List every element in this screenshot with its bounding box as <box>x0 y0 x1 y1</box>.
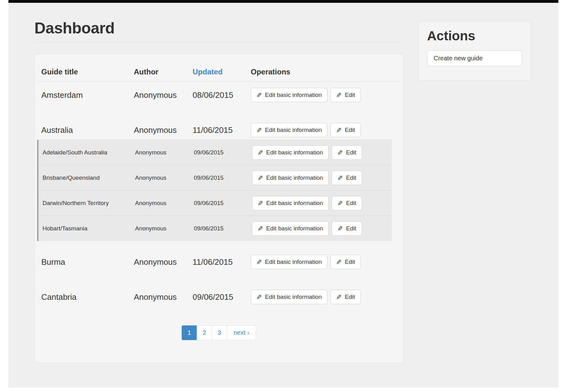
pencil-icon: ✎ <box>256 127 262 133</box>
button-label: Edit <box>345 127 355 133</box>
guide-title-cell: Adelaide/South Australia <box>43 145 135 160</box>
button-label: Edit <box>345 92 355 98</box>
operations-cell: ✎Edit basic information✎Edit <box>252 171 388 185</box>
edit-basic-information-button[interactable]: ✎Edit basic information <box>251 290 327 304</box>
pencil-icon: ✎ <box>337 200 343 207</box>
table-row: BurmaAnonymous11/06/2015✎Edit basic info… <box>37 249 400 284</box>
edit-basic-information-button[interactable]: ✎Edit basic information <box>252 171 329 185</box>
author-cell: Anonymous <box>135 171 194 185</box>
edit-button[interactable]: ✎Edit <box>330 255 360 269</box>
guide-title-cell: Hobart/Tasmania <box>43 221 135 236</box>
pagination-page-2[interactable]: 2 <box>197 325 212 340</box>
button-label: Edit basic information <box>265 294 322 300</box>
guide-title-cell: Australia <box>41 123 134 137</box>
column-header-guide-title: Guide title <box>41 68 134 76</box>
pencil-icon: ✎ <box>258 200 263 207</box>
actions-title: Actions <box>427 28 522 43</box>
operations-cell: ✎Edit basic information✎Edit <box>251 123 396 137</box>
pencil-icon: ✎ <box>256 294 262 300</box>
page-header: Dashboard <box>34 19 403 43</box>
operations-cell: ✎Edit basic information✎Edit <box>252 196 388 210</box>
button-label: Edit basic information <box>265 127 322 133</box>
child-guides-group: Adelaide/South AustraliaAnonymous09/06/2… <box>37 140 392 241</box>
side-column: Actions Create new guide <box>418 3 531 363</box>
table-row: CantabriaAnonymous09/06/2015✎Edit basic … <box>37 284 400 319</box>
pencil-icon: ✎ <box>336 259 342 265</box>
pagination-next[interactable]: next › <box>227 325 256 340</box>
operations-cell: ✎Edit basic information✎Edit <box>251 290 396 304</box>
updated-cell: 09/06/2015 <box>194 221 252 236</box>
actions-panel: Actions Create new guide <box>418 21 531 80</box>
author-cell: Anonymous <box>134 88 193 102</box>
edit-basic-information-button[interactable]: ✎Edit basic information <box>251 255 327 269</box>
pencil-icon: ✎ <box>337 225 343 232</box>
button-label: Edit <box>346 174 356 181</box>
create-new-guide-button[interactable]: Create new guide <box>427 50 522 66</box>
button-label: Edit <box>345 294 355 300</box>
column-header-operations: Operations <box>251 68 396 76</box>
edit-basic-information-button[interactable]: ✎Edit basic information <box>251 123 327 137</box>
button-label: Edit <box>346 200 356 207</box>
table-row: AustraliaAnonymous11/06/2015✎Edit basic … <box>37 117 400 140</box>
edit-button[interactable]: ✎Edit <box>330 88 360 102</box>
button-label: Edit <box>345 259 355 265</box>
guide-title-cell: Cantabria <box>41 290 134 304</box>
pencil-icon: ✎ <box>258 175 263 181</box>
button-label: Edit basic information <box>265 92 322 98</box>
updated-cell: 08/06/2015 <box>193 88 251 102</box>
main-column: Dashboard Guide titleAuthorUpdatedOperat… <box>34 3 403 363</box>
button-label: Edit <box>346 225 356 232</box>
edit-basic-information-button[interactable]: ✎Edit basic information <box>251 88 327 102</box>
pagination-page-1[interactable]: 1 <box>182 325 197 340</box>
guides-table-body: AmsterdamAnonymous08/06/2015✎Edit basic … <box>37 82 400 319</box>
pencil-icon: ✎ <box>258 225 263 232</box>
page-title: Dashboard <box>34 19 403 37</box>
page-background: Dashboard Guide titleAuthorUpdatedOperat… <box>8 3 558 388</box>
updated-cell: 09/06/2015 <box>194 196 252 210</box>
edit-basic-information-button[interactable]: ✎Edit basic information <box>252 196 329 210</box>
updated-cell: 09/06/2015 <box>193 290 251 304</box>
guides-panel: Guide titleAuthorUpdatedOperations Amste… <box>34 54 403 363</box>
guide-title-cell: Brisbane/Queensland <box>43 171 135 185</box>
pencil-icon: ✎ <box>337 175 343 181</box>
operations-cell: ✎Edit basic information✎Edit <box>251 88 396 102</box>
operations-cell: ✎Edit basic information✎Edit <box>252 221 388 236</box>
button-label: Edit basic information <box>265 259 322 265</box>
button-label: Edit basic information <box>266 225 323 232</box>
author-cell: Anonymous <box>134 290 193 304</box>
author-cell: Anonymous <box>135 221 194 236</box>
pencil-icon: ✎ <box>337 149 343 156</box>
updated-cell: 09/06/2015 <box>194 171 252 185</box>
pagination-page-3[interactable]: 3 <box>212 325 227 340</box>
pencil-icon: ✎ <box>336 127 342 133</box>
edit-button[interactable]: ✎Edit <box>332 221 362 236</box>
edit-basic-information-button[interactable]: ✎Edit basic information <box>252 145 329 160</box>
top-black-bar <box>8 0 558 3</box>
pagination-wrapper: 123next › <box>37 325 400 340</box>
author-cell: Anonymous <box>135 196 194 210</box>
table-row: Adelaide/South AustraliaAnonymous09/06/2… <box>38 140 392 165</box>
button-label: Edit <box>346 149 356 156</box>
author-cell: Anonymous <box>134 123 193 137</box>
edit-button[interactable]: ✎Edit <box>330 123 360 137</box>
author-cell: Anonymous <box>135 145 194 160</box>
table-row: Brisbane/QueenslandAnonymous09/06/2015✎E… <box>38 165 392 190</box>
pencil-icon: ✎ <box>336 92 342 98</box>
edit-button[interactable]: ✎Edit <box>332 171 362 185</box>
column-header-updated[interactable]: Updated <box>193 68 251 76</box>
table-row: Darwin/Northern TerritoryAnonymous09/06/… <box>38 190 392 216</box>
pencil-icon: ✎ <box>336 294 342 300</box>
pencil-icon: ✎ <box>256 92 262 98</box>
pencil-icon: ✎ <box>258 149 263 156</box>
updated-cell: 11/06/2015 <box>193 123 251 137</box>
operations-cell: ✎Edit basic information✎Edit <box>252 145 388 160</box>
edit-basic-information-button[interactable]: ✎Edit basic information <box>252 221 329 236</box>
edit-button[interactable]: ✎Edit <box>330 290 360 304</box>
guide-title-cell: Burma <box>41 255 134 269</box>
updated-cell: 09/06/2015 <box>194 145 252 160</box>
edit-button[interactable]: ✎Edit <box>332 145 362 160</box>
button-label: Edit basic information <box>266 174 323 181</box>
table-header-row: Guide titleAuthorUpdatedOperations <box>37 54 400 82</box>
operations-cell: ✎Edit basic information✎Edit <box>251 255 396 269</box>
edit-button[interactable]: ✎Edit <box>332 196 362 210</box>
